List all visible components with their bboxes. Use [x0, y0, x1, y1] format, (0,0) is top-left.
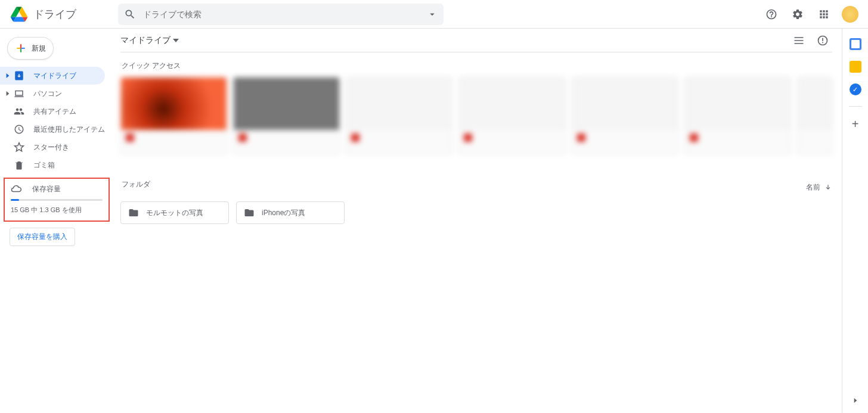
body-row: 新規 マイドライブ パソコン 共有アイテム 最近使用したアイテム スター付き ゴ…: [0, 29, 868, 413]
breadcrumb-label: マイドライブ: [120, 35, 170, 46]
app-header: ドライブ: [0, 0, 868, 29]
search-icon: [124, 8, 136, 20]
gear-icon: [792, 8, 804, 20]
header-icons: [760, 2, 863, 26]
shared-icon: [14, 106, 24, 117]
search-input[interactable]: [143, 10, 427, 19]
apps-grid-icon: [818, 8, 830, 20]
details-button[interactable]: [813, 31, 832, 50]
search-bar[interactable]: [118, 4, 444, 25]
nav-shared[interactable]: 共有アイテム: [0, 103, 105, 120]
logo-area[interactable]: ドライブ: [5, 6, 118, 23]
expand-arrow-icon[interactable]: [5, 91, 11, 96]
folder-name: モルモットの写真: [146, 208, 203, 218]
storage-progress-bar: [11, 199, 103, 201]
cloud-icon: [11, 184, 21, 194]
nav-label: 最近使用したアイテム: [33, 125, 105, 135]
settings-button[interactable]: [786, 2, 810, 26]
side-panel: +: [842, 29, 868, 413]
list-view-icon: [793, 35, 805, 46]
storage-usage-text: 15 GB 中 1.3 GB を使用: [11, 206, 103, 215]
nav-trash[interactable]: ゴミ箱: [0, 156, 105, 174]
expand-arrow-icon[interactable]: [5, 73, 11, 78]
quick-card[interactable]: [346, 77, 452, 154]
folders-header: フォルダ 名前: [120, 179, 832, 195]
quick-card[interactable]: [797, 77, 832, 154]
info-icon: [817, 35, 829, 46]
folder-item[interactable]: モルモットの写真: [120, 201, 229, 224]
buy-storage-button[interactable]: 保存容量を購入: [10, 228, 75, 246]
help-icon: [765, 8, 777, 20]
new-button-label: 新規: [32, 44, 46, 54]
calendar-addon[interactable]: [850, 38, 861, 50]
trash-icon: [14, 160, 24, 170]
recent-icon: [14, 124, 24, 135]
tasks-addon[interactable]: [850, 83, 861, 95]
collapse-panel-button[interactable]: [851, 396, 860, 407]
drive-logo-icon: [11, 6, 27, 23]
quick-access-title: クイック アクセス: [122, 61, 832, 71]
plus-icon: [15, 42, 27, 54]
sort-control[interactable]: 名前: [806, 182, 832, 192]
nav-starred[interactable]: スター付き: [0, 138, 105, 156]
breadcrumb[interactable]: マイドライブ: [120, 35, 179, 46]
quick-card[interactable]: [120, 77, 227, 154]
storage-progress-fill: [11, 199, 19, 201]
search-options-dropdown-icon[interactable]: [427, 9, 438, 20]
nav-label: パソコン: [33, 89, 62, 99]
account-avatar[interactable]: [842, 6, 858, 23]
storage-label: 保存容量: [32, 184, 61, 194]
quick-access-row-blurred: [120, 77, 832, 154]
nav-label: 共有アイテム: [33, 107, 76, 117]
nav-my-drive[interactable]: マイドライブ: [0, 67, 105, 85]
main-content: マイドライブ クイック アクセス フォルダ 名前: [113, 29, 842, 413]
chevron-down-icon: [173, 38, 179, 44]
get-addons-button[interactable]: +: [852, 117, 859, 131]
help-button[interactable]: [760, 2, 783, 26]
nav-label: マイドライブ: [33, 71, 76, 81]
folders-title: フォルダ: [122, 179, 150, 190]
apps-button[interactable]: [812, 2, 836, 26]
quick-card[interactable]: [458, 77, 565, 154]
computers-icon: [14, 88, 24, 99]
folder-icon: [244, 207, 255, 218]
product-name: ドライブ: [33, 7, 76, 21]
list-view-button[interactable]: [789, 31, 808, 50]
rail-divider: [849, 106, 862, 107]
quick-card[interactable]: [572, 77, 678, 154]
my-drive-icon: [14, 70, 24, 81]
path-bar: マイドライブ: [120, 29, 832, 52]
nav-label: スター付き: [33, 142, 69, 153]
nav-computers[interactable]: パソコン: [0, 85, 105, 103]
folder-row: モルモットの写真 iPhoneの写真: [120, 201, 832, 224]
new-button[interactable]: 新規: [7, 37, 54, 60]
keep-addon[interactable]: [850, 61, 861, 73]
nav-label: ゴミ箱: [33, 160, 55, 170]
storage-section-highlighted: 保存容量 15 GB 中 1.3 GB を使用: [4, 178, 110, 222]
nav-recent[interactable]: 最近使用したアイテム: [0, 120, 105, 138]
view-controls: [789, 31, 832, 50]
sidebar: 新規 マイドライブ パソコン 共有アイテム 最近使用したアイテム スター付き ゴ…: [0, 29, 113, 413]
sort-label: 名前: [806, 182, 820, 192]
folder-item[interactable]: iPhoneの写真: [236, 201, 345, 224]
nav-storage[interactable]: 保存容量: [11, 184, 103, 194]
quick-card[interactable]: [233, 77, 340, 154]
folder-name: iPhoneの写真: [262, 208, 305, 218]
star-icon: [14, 142, 24, 153]
arrow-down-icon: [824, 184, 832, 192]
folder-icon: [128, 207, 139, 218]
quick-card[interactable]: [684, 77, 791, 154]
